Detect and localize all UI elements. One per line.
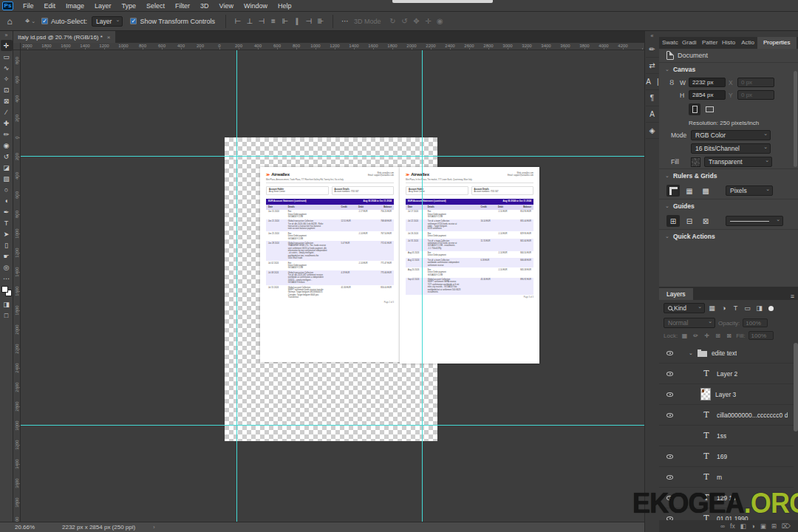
gradient-tool[interactable]: ▧ — [1, 173, 13, 184]
filter-type-icon[interactable]: T — [731, 304, 740, 312]
show-transform-checkbox[interactable]: ✓ — [130, 18, 137, 24]
vertical-ruler[interactable]: 8006004002000200400600800100012001400160… — [13, 50, 21, 522]
move-tool[interactable]: ✛ — [1, 40, 13, 51]
crop-tool[interactable]: ⊡ — [1, 84, 13, 95]
visibility-toggle[interactable] — [664, 475, 675, 480]
panel-tab[interactable]: Gradi — [679, 37, 699, 49]
guide-horizontal-bottom[interactable] — [21, 425, 644, 426]
link-layers-icon[interactable]: ∞ — [720, 522, 725, 530]
layer-row[interactable]: ⌄ T m — [659, 467, 794, 488]
paragraph-panel-icon[interactable]: ¶ — [646, 90, 659, 106]
dodge-tool[interactable]: ◖ — [1, 195, 13, 206]
delete-layer-icon[interactable]: ⌦ — [782, 522, 791, 530]
statement-page-2[interactable]: ≫ Airwallex Web: airwallex.com Email: su… — [400, 167, 539, 364]
quick-mask-icon[interactable]: ◨ — [1, 299, 13, 310]
brush-settings-icon[interactable]: ✏ — [646, 41, 659, 58]
menu-item[interactable]: Help — [273, 0, 297, 12]
close-icon[interactable]: × — [107, 34, 111, 41]
auto-select-checkbox[interactable]: ✓ — [41, 18, 48, 24]
layer-row[interactable]: ⌄ T cilla0000000...ccccccc0 d — [659, 405, 794, 426]
group-expand-icon[interactable]: ⌄ — [689, 350, 693, 356]
layer-row[interactable]: ⌄ T Layer 2 — [659, 364, 794, 384]
menu-item[interactable]: Edit — [39, 0, 61, 12]
layer-row[interactable]: ⌄ T Layer 3 — [659, 384, 794, 405]
fill-swatch[interactable] — [691, 157, 700, 167]
lock-position-icon[interactable]: ✛ — [703, 332, 711, 339]
lock-transparency-icon[interactable]: ▦ — [681, 332, 689, 339]
zoom-level[interactable]: 20.66% — [15, 524, 52, 531]
libraries-panel-icon[interactable]: ◈ — [646, 123, 659, 139]
distribute-center-icon[interactable]: ∥ — [291, 17, 303, 25]
visibility-toggle[interactable] — [664, 413, 675, 417]
brush-tool[interactable]: ✏ — [1, 129, 13, 140]
menu-item[interactable]: Filter — [170, 0, 195, 12]
lock-artboard-icon[interactable]: ⊞ — [714, 332, 722, 339]
distribute-left-icon[interactable]: ⊩ — [279, 17, 291, 25]
foreground-color-swatch[interactable] — [1, 286, 8, 293]
menu-item[interactable]: File — [18, 0, 39, 12]
ruler-units-dropdown[interactable]: Pixels — [726, 185, 773, 196]
visibility-toggle[interactable] — [664, 372, 675, 376]
canvas-section-header[interactable]: ⌄Canvas — [659, 62, 798, 76]
link-dimensions-icon[interactable]: 8 — [669, 78, 674, 86]
more-options-icon[interactable]: ⋯ — [339, 17, 351, 25]
edit-toolbar[interactable]: ⋯ — [1, 273, 13, 284]
character-panel-icon[interactable]: A⎹ — [646, 74, 659, 90]
toggle-guides-button[interactable]: ⊞ — [666, 215, 680, 227]
expand-panels-icon[interactable]: « — [651, 31, 654, 41]
clone-source-icon[interactable]: ⇄ — [646, 58, 659, 74]
layer-row[interactable]: ⌄ T edite text — [659, 343, 794, 364]
home-icon[interactable]: ⌂ — [0, 16, 19, 27]
visibility-toggle[interactable] — [664, 392, 675, 397]
rulers-grids-section-header[interactable]: ⌄Rulers & Grids — [659, 168, 798, 183]
filter-pixel-icon[interactable]: ▦ — [707, 304, 717, 312]
filter-toggle-icon[interactable] — [768, 306, 774, 311]
color-mode-dropdown[interactable]: RGB Color — [691, 130, 771, 140]
width-field[interactable]: 2232 px — [689, 78, 726, 87]
menu-item[interactable]: 3D — [195, 0, 214, 12]
lock-guides-button[interactable]: ⊟ — [683, 215, 696, 227]
eyedropper-tool[interactable]: ∕ — [1, 106, 13, 117]
portrait-orientation-button[interactable] — [689, 103, 700, 115]
canvas-viewport[interactable]: ≫ Airwallex Web: airwallex.com Email: su… — [21, 50, 644, 522]
layer-filter-kind-dropdown[interactable]: Kind — [664, 303, 705, 313]
menu-item[interactable]: Select — [141, 0, 170, 12]
shape-tool[interactable]: ▯ — [1, 239, 13, 250]
clone-stamp-tool[interactable]: ◉ — [1, 140, 13, 151]
guides-section-header[interactable]: ⌄Guides — [659, 199, 798, 213]
layers-scrollbar[interactable] — [794, 343, 798, 432]
adjustment-layer-icon[interactable]: ◑ — [751, 522, 755, 530]
toolbar-collapse-icon[interactable]: » — [5, 31, 8, 40]
landscape-orientation-button[interactable] — [703, 103, 715, 115]
align-left-icon[interactable]: ⊢ — [232, 17, 244, 25]
menu-item[interactable]: Window — [239, 0, 273, 12]
quick-actions-section-header[interactable]: ⌄Quick Actions — [659, 229, 798, 243]
frame-tool[interactable]: ⊠ — [1, 95, 13, 106]
horizontal-ruler[interactable]: 2000180016001400120010008006004002000200… — [21, 43, 644, 50]
filter-shape-icon[interactable]: ▭ — [743, 304, 752, 312]
distribute-vertical-icon[interactable]: ⊪ — [315, 17, 327, 25]
align-center-h-icon[interactable]: ⊥ — [244, 17, 256, 25]
pen-tool[interactable]: ✒ — [1, 206, 13, 217]
layer-row[interactable]: ⌄ T 1ss — [659, 426, 794, 446]
blur-tool[interactable]: ○ — [1, 184, 13, 195]
foreground-background-colors[interactable] — [1, 286, 12, 296]
guide-style-dropdown[interactable] — [726, 216, 783, 226]
filter-adjustment-icon[interactable]: ◑ — [719, 304, 729, 312]
visibility-toggle[interactable] — [664, 351, 675, 355]
zoom-tool[interactable]: ◎ — [1, 262, 13, 273]
align-justify-icon[interactable]: ≡ — [267, 17, 279, 25]
lasso-tool[interactable]: ∿ — [1, 62, 13, 73]
align-right-icon[interactable]: ⊣ — [256, 17, 267, 25]
lock-pixels-icon[interactable]: ✏ — [692, 332, 700, 339]
statement-page-1[interactable]: ≫ Airwallex Web: airwallex.com Email: su… — [260, 167, 400, 362]
lock-all-icon[interactable]: ⊠ — [725, 332, 733, 339]
current-tool-icon[interactable]: ⌖ ⌄ — [19, 16, 41, 26]
menu-item[interactable]: View — [214, 0, 239, 12]
panel-tab[interactable]: Properties — [757, 37, 796, 49]
panel-tab[interactable]: Histo — [719, 37, 738, 49]
distribute-right-icon[interactable]: ⊣ — [303, 17, 315, 25]
clear-guides-button[interactable]: ⊠ — [699, 215, 712, 227]
panel-tab[interactable]: Swatc — [659, 37, 679, 49]
path-select-tool[interactable]: ➤ — [1, 228, 13, 239]
